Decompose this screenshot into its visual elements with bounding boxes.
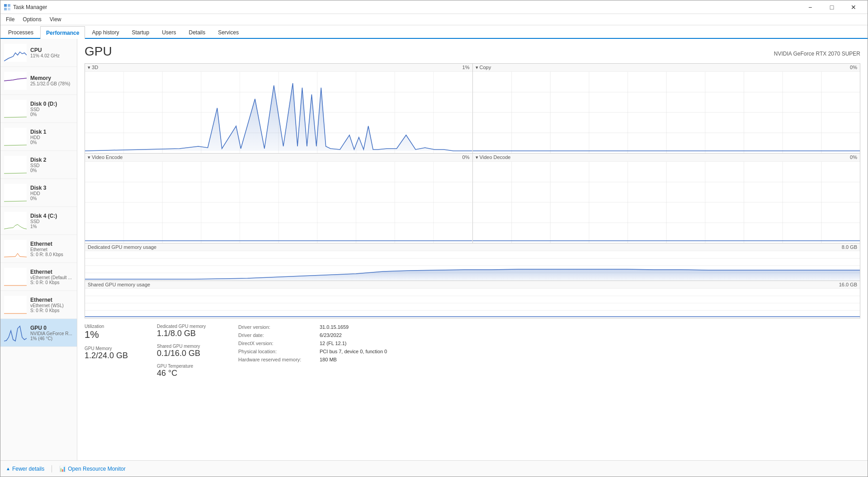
eth1-info: Ethernet vEthernet (Default ... S: 0 R: … (30, 269, 73, 285)
eth2-sub2: S: 0 R: 0 Kbps (30, 308, 73, 313)
menu-view[interactable]: View (46, 14, 65, 25)
disk3-sub2: 0% (30, 196, 73, 201)
tab-processes[interactable]: Processes (2, 26, 39, 38)
sidebar-item-disk3[interactable]: Disk 3 HDD 0% (0, 179, 77, 207)
temperature-label: GPU Temperature (157, 364, 229, 369)
eth2-mini-chart (4, 296, 27, 314)
tab-details[interactable]: Details (183, 26, 211, 38)
sidebar-item-memory[interactable]: Memory 25.1/32.0 GB (78%) (0, 67, 77, 95)
footer: ▲ Fewer details 📊 Open Resource Monitor (0, 460, 868, 477)
eth1-sub1: vEthernet (Default ... (30, 275, 73, 280)
stat-temperature: GPU Temperature 46 °C (157, 364, 229, 378)
chart-shared-body (85, 289, 860, 318)
chevron-up-icon: ▲ (6, 466, 10, 471)
menu-bar: File Options View (0, 14, 868, 25)
sidebar-item-cpu[interactable]: CPU 11% 4.02 GHz (0, 39, 77, 67)
stats-section: Utilization 1% GPU Memory 1.2/24.0 GB De… (85, 324, 860, 378)
chart-3d-value: 1% (462, 65, 470, 70)
chart-3d: ▾ 3D 1% (85, 63, 473, 154)
eth0-label: Ethernet (30, 241, 73, 247)
tab-services[interactable]: Services (212, 26, 245, 38)
memory-mini-chart (4, 72, 27, 90)
directx-label: DirectX version: (238, 341, 274, 346)
disk2-info: Disk 2 SSD 0% (30, 157, 73, 173)
hw-reserved-value-row: 180 MB (320, 356, 860, 363)
svg-rect-3 (8, 8, 10, 10)
sidebar-item-eth1[interactable]: Ethernet vEthernet (Default ... S: 0 R: … (0, 263, 77, 291)
svg-rect-9 (4, 184, 27, 202)
svg-rect-0 (4, 4, 7, 7)
memory-info: Memory 25.1/32.0 GB (78%) (30, 75, 73, 86)
eth2-label: Ethernet (30, 297, 73, 303)
window-title: Task Manager (13, 4, 47, 10)
driver-date-value: 6/23/2022 (320, 332, 342, 338)
chart-dedicated-header: Dedicated GPU memory usage 8.0 GB (85, 243, 860, 251)
eth2-info: Ethernet vEthernet (WSL) S: 0 R: 0 Kbps (30, 297, 73, 313)
chart-copy-body (473, 72, 860, 153)
svg-rect-12 (4, 268, 27, 286)
chart-dedicated-svg (85, 251, 860, 281)
stats-col3: Driver version: Driver date: DirectX ver… (229, 324, 320, 378)
stat-driver-date: Driver date: (238, 332, 320, 338)
disk0-label: Disk 0 (D:) (30, 101, 73, 107)
svg-rect-6 (4, 100, 27, 118)
disk0-sub2: 0% (30, 112, 73, 117)
chart-3d-header: ▾ 3D 1% (85, 64, 472, 72)
disk4-mini-chart (4, 212, 27, 230)
disk0-mini-chart (4, 100, 27, 118)
gpu-model: NVIDIA GeForce RTX 2070 SUPER (774, 51, 860, 57)
svg-rect-10 (4, 212, 27, 230)
disk2-label: Disk 2 (30, 157, 73, 163)
gpu-title: GPU (85, 44, 112, 59)
chart-3d-label: ▾ 3D (88, 65, 98, 70)
physical-location-label: Physical location: (238, 349, 277, 354)
tab-performance[interactable]: Performance (40, 26, 85, 39)
sidebar-item-disk1[interactable]: Disk 1 HDD 0% (0, 123, 77, 151)
disk2-mini-chart (4, 156, 27, 174)
stat-directx: DirectX version: (238, 340, 320, 346)
sidebar-item-eth2[interactable]: Ethernet vEthernet (WSL) S: 0 R: 0 Kbps (0, 291, 77, 319)
svg-rect-2 (4, 8, 7, 10)
fewer-details-button[interactable]: ▲ Fewer details (6, 466, 44, 472)
utilization-value: 1% (85, 329, 157, 341)
chart-decode-label: ▾ Video Decode (476, 154, 511, 160)
sidebar-item-eth0[interactable]: Ethernet Ethernet S: 0 R: 8.0 Kbps (0, 235, 77, 263)
chart-dedicated-memory: Dedicated GPU memory usage 8.0 GB (85, 243, 860, 281)
chart-3d-svg (85, 72, 472, 153)
eth0-sub1: Ethernet (30, 247, 73, 252)
sidebar-item-disk2[interactable]: Disk 2 SSD 0% (0, 151, 77, 179)
sidebar-item-disk4[interactable]: Disk 4 (C:) SSD 1% (0, 207, 77, 235)
open-resource-monitor-button[interactable]: 📊 Open Resource Monitor (59, 466, 125, 472)
eth2-sub1: vEthernet (WSL) (30, 303, 73, 308)
disk2-sub1: SSD (30, 163, 73, 168)
disk1-label: Disk 1 (30, 129, 73, 135)
minimize-button[interactable]: − (800, 0, 821, 14)
menu-file[interactable]: File (2, 14, 18, 25)
chart-encode-body (85, 162, 472, 243)
close-button[interactable]: ✕ (843, 0, 864, 14)
temperature-value: 46 °C (157, 369, 229, 378)
chart-encode-label: ▾ Video Encode (88, 154, 123, 160)
stats-col4: 31.0.15.1659 6/23/2022 12 (FL 12.1) PCI … (320, 324, 860, 378)
gpu-memory-value: 1.2/24.0 GB (85, 351, 157, 360)
sidebar-item-disk0[interactable]: Disk 0 (D:) SSD 0% (0, 95, 77, 123)
stat-gpu-memory: GPU Memory 1.2/24.0 GB (85, 346, 157, 360)
chart-dedicated-body (85, 251, 860, 281)
sidebar-item-gpu0[interactable]: GPU 0 NVIDIA GeForce R... 1% (46 °C) (0, 319, 77, 347)
tab-startup[interactable]: Startup (126, 26, 155, 38)
maximize-button[interactable]: □ (821, 0, 842, 14)
app-icon (4, 4, 10, 10)
stat-shared: Shared GPU memory 0.1/16.0 GB (157, 344, 229, 358)
tab-app-history[interactable]: App history (86, 26, 125, 38)
shared-label: Shared GPU memory (157, 344, 229, 349)
stat-dedicated: Dedicated GPU memory 1.1/8.0 GB (157, 324, 229, 338)
chart-dedicated-max: 8.0 GB (842, 244, 857, 250)
stat-physical-location: Physical location: (238, 348, 320, 355)
chart-video-encode: ▾ Video Encode 0% (85, 154, 473, 243)
tab-users[interactable]: Users (156, 26, 182, 38)
menu-options[interactable]: Options (19, 14, 45, 25)
disk4-info: Disk 4 (C:) SSD 1% (30, 213, 73, 229)
stat-driver-version: Driver version: (238, 324, 320, 330)
eth1-mini-chart (4, 268, 27, 286)
fewer-details-label: Fewer details (12, 466, 44, 472)
